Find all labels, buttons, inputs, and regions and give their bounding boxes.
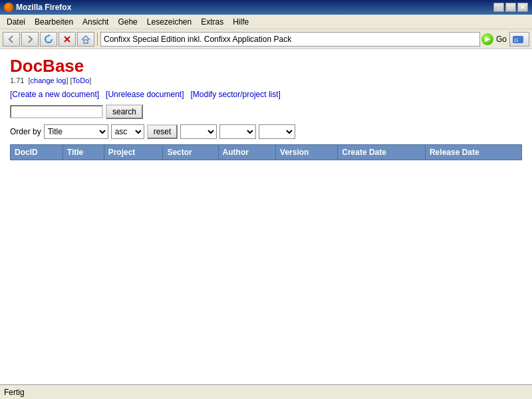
col-author: Author (218, 145, 275, 160)
stop-button[interactable] (59, 32, 76, 47)
svg-text:G: G (514, 37, 518, 43)
reset-button[interactable]: reset (147, 124, 178, 139)
action-links: [Create a new document] [Unrelease docum… (10, 90, 522, 99)
reload-button[interactable] (40, 32, 57, 47)
search-input[interactable] (10, 105, 103, 118)
menu-ansicht[interactable]: Ansicht (78, 16, 112, 28)
todo-link[interactable]: ToDo (72, 76, 90, 84)
firefox-icon (4, 3, 13, 12)
menu-datei[interactable]: Datei (3, 16, 29, 28)
address-bar[interactable]: Confixx Special Edition inkl. Confixx Ap… (100, 32, 480, 47)
forward-icon (25, 34, 35, 45)
unrelease-link[interactable]: [Unrelease document] (106, 90, 184, 99)
go-label: Go (496, 35, 507, 44)
filter-select-2[interactable] (219, 124, 256, 139)
close-button[interactable]: ✕ (517, 3, 528, 12)
window-title-bar: Mozilla Firefox _ □ ✕ (0, 0, 532, 15)
changelog-link[interactable]: change log (31, 76, 66, 84)
stop-icon (62, 34, 72, 45)
version-text: 1.71 (10, 76, 24, 84)
search-engine-icon: G (513, 34, 526, 45)
back-button[interactable] (3, 32, 20, 47)
app-title: DocBase (10, 56, 522, 76)
toolbar-separator (97, 33, 98, 46)
create-doc-link[interactable]: [Create a new document] (10, 90, 99, 99)
modify-sector-link[interactable]: [Modify sector/project list] (191, 90, 281, 99)
col-project: Project (104, 145, 163, 160)
window-title-left: Mozilla Firefox (4, 3, 71, 12)
minimize-button[interactable]: _ (493, 3, 504, 12)
order-by-label: Order by (10, 127, 41, 136)
window-title-text: Mozilla Firefox (16, 3, 71, 12)
search-engine-button[interactable]: G (509, 32, 529, 47)
address-text: Confixx Special Edition inkl. Confixx Ap… (104, 35, 291, 44)
app-title-text: DocBase (10, 56, 84, 76)
table-header-row: DocID Title Project Sector Author Versio… (11, 145, 522, 160)
maximize-button[interactable]: □ (505, 3, 516, 12)
col-sector: Sector (163, 145, 218, 160)
toolbar: Confixx Special Edition inkl. Confixx Ap… (0, 29, 532, 49)
filter-select-3[interactable] (259, 124, 295, 139)
search-button[interactable]: search (106, 104, 143, 119)
reload-icon (43, 34, 54, 45)
status-text: Fertig (4, 388, 25, 397)
version-line: 1.71 [change log] [ToDo] (10, 76, 522, 84)
home-icon (80, 34, 91, 45)
col-release-date: Release Date (425, 145, 521, 160)
data-table: DocID Title Project Sector Author Versio… (10, 144, 522, 160)
go-button[interactable]: ▶ (481, 33, 493, 45)
col-docid: DocID (11, 145, 63, 160)
content-area: DocBase 1.71 [change log] [ToDo] [Create… (0, 49, 532, 384)
search-row: search (10, 104, 522, 119)
forward-button[interactable] (21, 32, 39, 47)
home-button[interactable] (77, 32, 94, 47)
col-title: Title (63, 145, 104, 160)
menu-lesezeichen[interactable]: Lesezeichen (143, 16, 196, 28)
menu-hilfe[interactable]: Hilfe (229, 16, 253, 28)
col-version: Version (276, 145, 338, 160)
menu-bearbeiten[interactable]: Bearbeiten (31, 16, 77, 28)
order-by-select[interactable]: Title DocID Author Version Create Date R… (44, 124, 108, 139)
menu-gehe[interactable]: Gehe (114, 16, 141, 28)
filter-select-1[interactable] (180, 124, 217, 139)
menu-bar: Datei Bearbeiten Ansicht Gehe Lesezeiche… (0, 15, 532, 29)
window-controls: _ □ ✕ (493, 3, 528, 12)
menu-extras[interactable]: Extras (197, 16, 227, 28)
back-icon (6, 34, 17, 45)
col-create-date: Create Date (338, 145, 426, 160)
status-bar: Fertig (0, 384, 532, 399)
svg-rect-2 (84, 40, 88, 43)
order-row: Order by Title DocID Author Version Crea… (10, 124, 522, 139)
direction-select[interactable]: asc desc (111, 124, 144, 139)
